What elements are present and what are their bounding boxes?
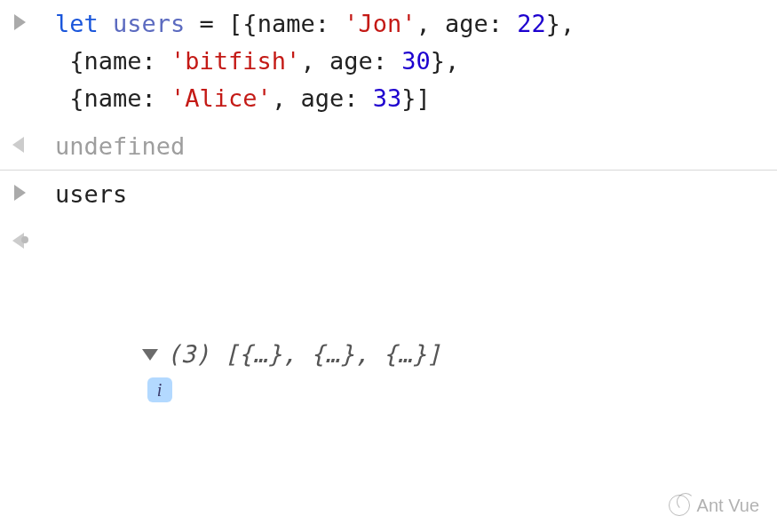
output-undefined: undefined <box>55 128 768 165</box>
watermark: Ant Vue <box>669 495 759 516</box>
info-icon[interactable]: i <box>147 377 172 402</box>
console-input-row: users <box>0 171 777 218</box>
array-preview: [{…}, {…}, {…}] <box>210 340 440 368</box>
array-length-summary: (3) <box>167 340 210 368</box>
keyword-let: let <box>55 10 99 37</box>
output-gutter <box>11 224 55 249</box>
output-gutter <box>11 128 55 153</box>
console-output-row: (3) [{…}, {…}, {…}] i 0: {name: "Jon", a… <box>0 218 777 532</box>
console-output-row: undefined <box>0 123 777 171</box>
input-gutter <box>11 5 55 30</box>
output-object: (3) [{…}, {…}, {…}] i 0: {name: "Jon", a… <box>55 224 768 532</box>
input-code[interactable]: let users = [{name: 'Jon', age: 22}, {na… <box>55 5 768 117</box>
chevron-right-icon <box>14 185 26 201</box>
input-gutter <box>11 176 55 201</box>
console-input-row: let users = [{name: 'Jon', age: 22}, {na… <box>0 0 777 123</box>
triangle-down-icon[interactable] <box>142 349 158 361</box>
input-code[interactable]: users <box>55 176 768 213</box>
chevron-right-icon <box>14 14 26 30</box>
var-users: users <box>113 10 185 37</box>
chevron-left-icon <box>12 135 28 153</box>
array-summary-line[interactable]: (3) [{…}, {…}, {…}] i <box>55 298 768 447</box>
chevron-left-icon <box>12 231 28 249</box>
watermark-text: Ant Vue <box>697 496 759 516</box>
watermark-icon <box>669 495 690 516</box>
